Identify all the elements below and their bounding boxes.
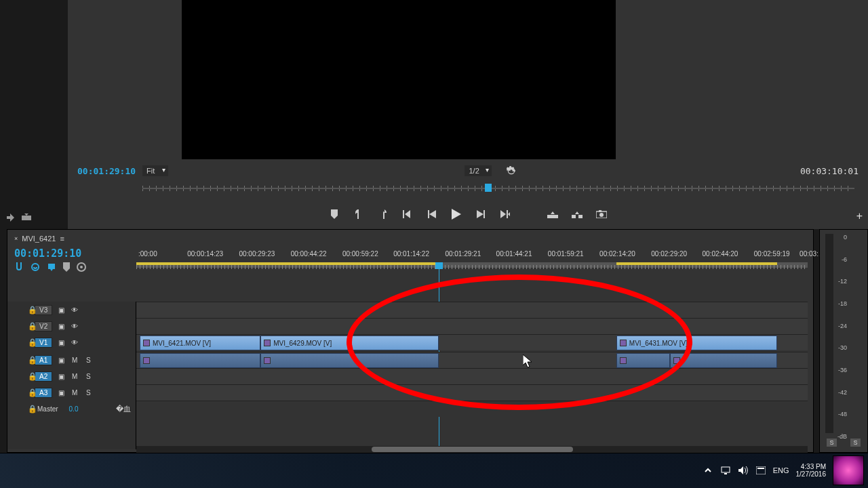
fx-badge-icon[interactable] xyxy=(143,357,150,364)
lock-icon[interactable]: 🔒 xyxy=(28,322,37,331)
program-playhead-icon[interactable] xyxy=(485,184,492,192)
fx-badge-icon[interactable] xyxy=(264,357,271,364)
sync-lock-icon[interactable]: ▣ xyxy=(56,306,66,314)
linked-selection-icon[interactable] xyxy=(31,262,40,272)
language-indicator[interactable]: ENG xyxy=(773,466,789,474)
add-marker-button[interactable] xyxy=(329,209,340,220)
timeline-settings-icon[interactable] xyxy=(77,262,86,272)
audio-clip[interactable] xyxy=(670,353,777,368)
sequence-tab[interactable]: × MVI_6421 ≡ xyxy=(10,232,69,245)
program-video-output[interactable] xyxy=(182,0,616,159)
taskbar-thumbnail[interactable] xyxy=(833,455,864,485)
video-clip[interactable]: MVI_6421.MOV [V] xyxy=(140,336,260,350)
volume-icon[interactable] xyxy=(738,465,749,476)
zoom-select[interactable]: Fit xyxy=(142,165,168,176)
mute-button[interactable]: M xyxy=(70,356,79,364)
solo-button[interactable]: S xyxy=(83,356,93,364)
insert-icon[interactable] xyxy=(7,214,16,222)
solo-button[interactable]: S xyxy=(83,388,93,396)
step-back-button[interactable] xyxy=(427,209,437,220)
lane-v3[interactable] xyxy=(136,302,808,318)
overwrite-icon[interactable] xyxy=(22,214,31,222)
add-button[interactable]: + xyxy=(856,210,863,222)
lock-icon[interactable]: 🔒 xyxy=(28,405,37,413)
timeline-timecode[interactable]: 00:01:29:10 xyxy=(14,247,81,260)
tab-menu-icon[interactable]: ≡ xyxy=(60,235,64,243)
mark-in-button[interactable] xyxy=(353,209,364,220)
marker-tool-icon[interactable] xyxy=(63,262,70,272)
tray-chevron-icon[interactable] xyxy=(703,465,713,476)
step-forward-button[interactable] xyxy=(475,209,486,220)
snap-icon[interactable] xyxy=(14,262,24,272)
settings-wrench-icon[interactable] xyxy=(507,166,516,176)
track-header-v2[interactable]: 🔒 V2 ▣ 👁 xyxy=(7,318,136,334)
program-timecode[interactable]: 00:01:29:10 xyxy=(77,166,136,176)
mute-button[interactable]: M xyxy=(70,388,79,396)
go-to-out-button[interactable] xyxy=(500,209,511,220)
solo-button[interactable]: S xyxy=(83,372,93,380)
add-marker-icon[interactable] xyxy=(47,262,56,272)
video-clip[interactable]: MVI_6429.MOV [V] xyxy=(260,336,439,350)
sync-lock-icon[interactable]: ▣ xyxy=(56,356,66,364)
meter-tick-label: -42 xyxy=(838,389,847,396)
sync-lock-icon[interactable]: ▣ xyxy=(56,388,66,396)
toggle-output-icon[interactable]: 👁 xyxy=(70,338,79,346)
lane-v2[interactable] xyxy=(136,318,808,334)
timeline-ruler[interactable]: :00:0000:00:14:2300:00:29:2300:00:44:220… xyxy=(136,250,808,270)
solo-right-button[interactable]: S xyxy=(850,439,860,447)
fx-badge-icon[interactable] xyxy=(620,340,627,346)
extract-button[interactable] xyxy=(572,209,583,220)
svg-rect-2 xyxy=(403,210,404,218)
timeline-hscroll[interactable] xyxy=(136,446,808,453)
mark-out-button[interactable] xyxy=(378,209,389,220)
track-header-a2[interactable]: 🔒 A2 ▣ M S xyxy=(7,368,136,384)
fx-badge-icon[interactable] xyxy=(673,357,680,364)
play-button[interactable] xyxy=(451,209,462,220)
windows-taskbar[interactable]: ENG 4:33 PM 1/27/2016 xyxy=(0,453,868,488)
timeline-track-area[interactable]: MVI_6421.MOV [V]MVI_6429.MOV [V]MVI_6431… xyxy=(136,277,808,449)
network-icon[interactable] xyxy=(720,465,731,476)
audio-clip[interactable] xyxy=(140,353,260,368)
sync-lock-icon[interactable]: ▣ xyxy=(56,322,66,330)
track-header-v1[interactable]: 🔒 V1 ▣ 👁 xyxy=(7,334,136,350)
track-header-a3[interactable]: 🔒 A3 ▣ M S xyxy=(7,384,136,401)
lock-icon[interactable]: 🔒 xyxy=(28,338,37,347)
close-tab-icon[interactable]: × xyxy=(14,235,18,242)
lock-icon[interactable]: 🔒 xyxy=(28,388,37,397)
fx-badge-icon[interactable] xyxy=(143,340,150,346)
lock-icon[interactable]: 🔒 xyxy=(28,372,37,381)
sync-lock-icon[interactable]: ▣ xyxy=(56,338,66,346)
toggle-output-icon[interactable]: 👁 xyxy=(70,306,79,314)
lane-a1[interactable] xyxy=(136,352,808,368)
scroll-thumb[interactable] xyxy=(372,447,573,452)
lock-icon[interactable]: 🔒 xyxy=(28,356,37,365)
playhead-head-icon[interactable] xyxy=(435,262,443,269)
audio-clip[interactable] xyxy=(260,353,439,368)
resolution-select[interactable]: 1/2 xyxy=(465,165,491,176)
sync-lock-icon[interactable]: ▣ xyxy=(56,372,66,380)
video-clip[interactable]: MVI_6431.MOV [V] xyxy=(616,336,778,350)
program-scrub-bar[interactable] xyxy=(142,183,854,194)
svg-point-1 xyxy=(510,169,513,172)
audio-clip[interactable] xyxy=(616,353,670,368)
track-header-v3[interactable]: 🔒 V3 ▣ 👁 xyxy=(7,302,136,318)
lane-master[interactable] xyxy=(136,401,808,417)
lift-button[interactable] xyxy=(547,209,558,220)
ime-icon[interactable] xyxy=(755,465,766,476)
master-value[interactable]: 0.0 xyxy=(69,405,79,413)
go-to-in-button[interactable] xyxy=(402,209,413,220)
lock-icon[interactable]: 🔒 xyxy=(28,306,37,314)
fx-badge-icon[interactable] xyxy=(264,340,271,346)
lane-v1[interactable]: MVI_6421.MOV [V]MVI_6429.MOV [V]MVI_6431… xyxy=(136,334,808,350)
mute-button[interactable]: M xyxy=(70,372,79,380)
fx-badge-icon[interactable] xyxy=(620,357,627,364)
export-frame-button[interactable] xyxy=(596,209,607,220)
solo-left-button[interactable]: S xyxy=(827,439,836,447)
track-header-master[interactable]: 🔒 Master 0.0 �血 xyxy=(7,401,136,417)
lane-a2[interactable] xyxy=(136,368,808,384)
track-header-a1[interactable]: 🔒 A1 ▣ M S xyxy=(7,352,136,368)
clock[interactable]: 4:33 PM 1/27/2016 xyxy=(796,463,827,478)
expand-track-icon[interactable]: �血 xyxy=(116,404,131,414)
toggle-output-icon[interactable]: 👁 xyxy=(70,322,79,330)
lane-a3[interactable] xyxy=(136,384,808,401)
